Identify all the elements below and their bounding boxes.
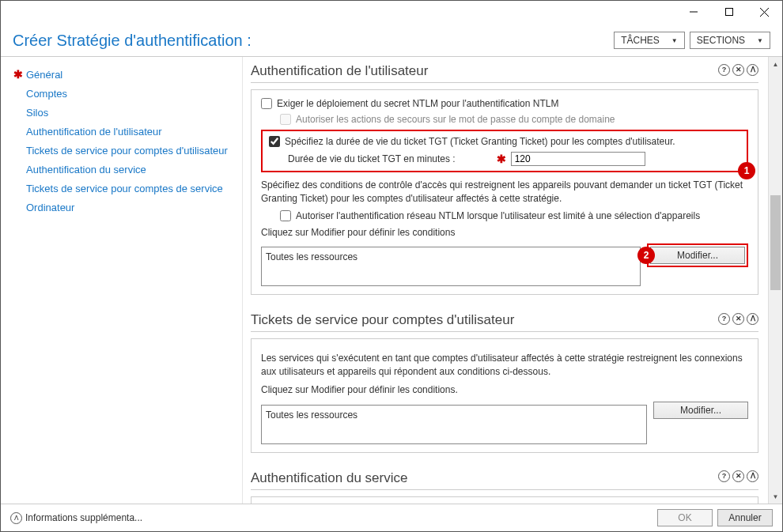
more-info-label: Informations supplémenta... xyxy=(25,512,142,523)
footer-bar: ᐱ Informations supplémenta... OK Annuler xyxy=(1,504,782,531)
sidebar-item-label: Tickets de service pour comptes de servi… xyxy=(26,183,223,194)
minimize-icon xyxy=(690,8,698,16)
section-title: Authentification du service xyxy=(251,464,407,489)
header: Créer Stratégie d'authentification : TÂC… xyxy=(1,25,782,56)
sidebar-item-label: Comptes xyxy=(26,88,67,100)
access-conditions-text: Spécifiez des conditions de contrôle d'a… xyxy=(261,179,748,206)
click-modify-text: Cliquez sur Modifier pour définir les co… xyxy=(261,226,748,240)
ntlm-label: Exiger le déploiement du secret NTLM pou… xyxy=(277,98,558,109)
sidebar-item-label: Ordinateur xyxy=(26,202,74,213)
help-button[interactable]: ? xyxy=(718,64,730,76)
more-info-expander[interactable]: ᐱ Informations supplémenta... xyxy=(10,512,652,524)
section-header-tickets: Tickets de service pour comptes d'utilis… xyxy=(251,306,758,332)
close-icon xyxy=(760,8,769,17)
conditions-value: Toutes les ressources xyxy=(266,409,357,421)
section-box-service-auth xyxy=(251,496,758,504)
tgt-checkbox[interactable] xyxy=(269,136,280,147)
required-asterisk-icon: ✱ xyxy=(497,153,506,165)
modify-button[interactable]: Modifier... xyxy=(653,402,748,419)
annotation-badge-1: 1 xyxy=(738,162,755,179)
section-header-service-auth: Authentification du service ? ✕ ᐱ xyxy=(251,464,758,490)
collapse-button[interactable]: ᐱ xyxy=(747,64,758,76)
caret-down-icon: ▼ xyxy=(757,37,763,44)
ok-button[interactable]: OK xyxy=(657,509,713,526)
window: Créer Stratégie d'authentification : TÂC… xyxy=(0,0,783,532)
tickets-desc-text: Les services qui s'exécutent en tant que… xyxy=(261,352,748,379)
help-button[interactable]: ? xyxy=(718,470,730,482)
collapse-button[interactable]: ᐱ xyxy=(747,313,758,325)
sidebar-item-accounts[interactable]: ✱Comptes xyxy=(9,84,242,103)
conditions-value: Toutes les ressources xyxy=(266,251,357,262)
sidebar-item-label: Silos xyxy=(26,107,48,119)
conditions-textbox[interactable]: Toutes les ressources xyxy=(261,405,647,444)
scroll-thumb[interactable] xyxy=(770,195,781,290)
sidebar-item-label: Général xyxy=(26,69,62,81)
click-modify-text: Cliquez sur Modifier pour définir les co… xyxy=(261,383,748,397)
navigation-sidebar: ✱Général ✱Comptes ✱Silos ✱Authentificati… xyxy=(1,57,242,504)
section-box-tickets: Les services qui s'exécutent en tant que… xyxy=(251,338,758,452)
sidebar-item-label: Authentification du service xyxy=(26,164,146,175)
content-scroll: Authentification de l'utilisateur ? ✕ ᐱ … xyxy=(243,57,766,504)
sidebar-item-silos[interactable]: ✱Silos xyxy=(9,103,242,122)
sidebar-item-computer[interactable]: ✱Ordinateur xyxy=(9,198,242,217)
maximize-icon xyxy=(725,8,733,16)
reset-button[interactable]: ✕ xyxy=(732,470,744,482)
caret-down-icon: ▼ xyxy=(671,37,678,44)
scroll-down-icon[interactable]: ▼ xyxy=(769,489,782,504)
sidebar-item-user-tickets[interactable]: ✱Tickets de service pour comptes d'utili… xyxy=(9,141,242,160)
maximize-button[interactable] xyxy=(711,1,747,23)
tgt-minutes-label: Durée de vie du ticket TGT en minutes : xyxy=(288,153,456,164)
help-button[interactable]: ? xyxy=(718,313,730,325)
sidebar-item-service-auth[interactable]: ✱Authentification du service xyxy=(9,160,242,179)
conditions-textbox[interactable]: Toutes les ressources xyxy=(261,247,641,286)
collapse-button[interactable]: ᐱ xyxy=(747,470,758,482)
tasks-dropdown[interactable]: TÂCHES ▼ xyxy=(614,32,685,49)
sidebar-item-general[interactable]: ✱Général xyxy=(9,65,242,84)
minimize-button[interactable] xyxy=(675,1,711,23)
modify-button[interactable]: Modifier... xyxy=(650,247,745,264)
sidebar-item-label: Tickets de service pour comptes d'utilis… xyxy=(26,145,228,157)
tgt-minutes-input[interactable] xyxy=(511,152,645,166)
section-header-user-auth: Authentification de l'utilisateur ? ✕ ᐱ xyxy=(251,57,758,83)
section-title: Tickets de service pour comptes d'utilis… xyxy=(251,306,514,331)
sections-dropdown[interactable]: SECTIONS ▼ xyxy=(690,32,770,49)
reset-button[interactable]: ✕ xyxy=(732,313,744,325)
section-title: Authentification de l'utilisateur xyxy=(251,57,428,82)
highlight-box-1: Spécifiez la durée de vie du ticket TGT … xyxy=(261,130,748,172)
reset-button[interactable]: ✕ xyxy=(732,64,744,76)
ntlm-checkbox[interactable] xyxy=(261,98,272,109)
recovery-checkbox[interactable] xyxy=(280,114,291,125)
chevron-up-icon: ᐱ xyxy=(10,512,22,524)
vertical-scrollbar[interactable]: ▲ ▼ xyxy=(768,57,782,504)
content-wrapper: Authentification de l'utilisateur ? ✕ ᐱ … xyxy=(242,57,782,504)
sidebar-item-service-tickets[interactable]: ✱Tickets de service pour comptes de serv… xyxy=(9,179,242,198)
main-area: ✱Général ✱Comptes ✱Silos ✱Authentificati… xyxy=(1,56,782,504)
required-asterisk-icon: ✱ xyxy=(13,68,23,81)
titlebar xyxy=(1,1,782,25)
svg-rect-1 xyxy=(725,9,732,16)
highlight-box-2: 2 Modifier... xyxy=(647,243,748,267)
sidebar-item-user-auth[interactable]: ✱Authentification de l'utilisateur xyxy=(9,122,242,141)
sidebar-item-label: Authentification de l'utilisateur xyxy=(26,126,162,138)
limit-checkbox[interactable] xyxy=(280,210,291,221)
tasks-label: TÂCHES xyxy=(621,35,660,46)
scroll-up-icon[interactable]: ▲ xyxy=(769,57,782,71)
sections-label: SECTIONS xyxy=(697,35,745,46)
recovery-label: Autoriser les actions de secours sur le … xyxy=(296,114,615,125)
section-box-user-auth: Exiger le déploiement du secret NTLM pou… xyxy=(251,89,758,295)
limit-label: Autoriser l'authentification réseau NTLM… xyxy=(296,210,700,221)
page-title: Créer Stratégie d'authentification : xyxy=(13,32,609,50)
close-button[interactable] xyxy=(747,1,782,23)
cancel-button[interactable]: Annuler xyxy=(717,509,773,526)
tgt-label: Spécifiez la durée de vie du ticket TGT … xyxy=(285,136,675,147)
